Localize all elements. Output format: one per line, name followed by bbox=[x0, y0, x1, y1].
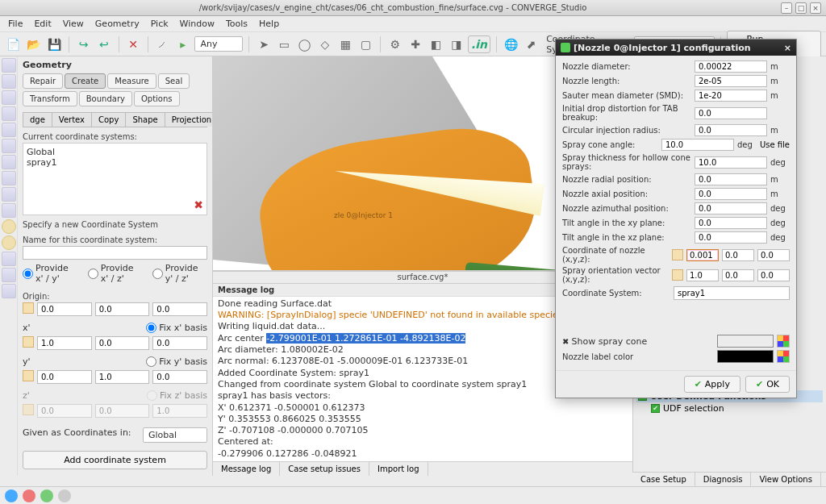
dialog-close-icon[interactable]: × bbox=[784, 43, 791, 53]
coord-name-input[interactable] bbox=[23, 246, 207, 260]
menu-help[interactable]: Help bbox=[254, 17, 284, 31]
rail-icon-1[interactable] bbox=[2, 58, 16, 73]
rail-icon-13[interactable] bbox=[2, 252, 16, 266]
dialog-row-input-0[interactable] bbox=[695, 60, 767, 73]
cone-color-swatch[interactable] bbox=[717, 335, 774, 348]
rail-icon-5[interactable] bbox=[2, 123, 16, 137]
save-icon[interactable]: 💾 bbox=[46, 35, 63, 53]
dialog-row-input-9[interactable] bbox=[695, 202, 767, 215]
export-icon[interactable]: ↩ bbox=[95, 35, 112, 53]
dialog-cs-select[interactable]: spray1 bbox=[674, 286, 790, 300]
menu-pick[interactable]: Pick bbox=[146, 17, 173, 31]
x-2[interactable] bbox=[152, 336, 207, 350]
taskbar-icon-2[interactable] bbox=[23, 489, 35, 502]
rail-icon-3[interactable] bbox=[2, 90, 16, 105]
rail-icon-4[interactable] bbox=[2, 106, 16, 121]
origin-y[interactable] bbox=[95, 302, 150, 316]
pick-nozzle-icon[interactable] bbox=[672, 249, 683, 260]
slice-icon[interactable]: ◨ bbox=[448, 35, 465, 53]
measure-icon[interactable]: ⟋ bbox=[154, 35, 171, 53]
given-coord-select[interactable]: Global bbox=[143, 427, 207, 443]
transform-button[interactable]: Transform bbox=[23, 91, 77, 106]
list-item[interactable]: Global bbox=[27, 147, 203, 157]
delete-coord-icon[interactable]: ✖ bbox=[194, 198, 203, 211]
rail-icon-15[interactable] bbox=[2, 284, 16, 298]
tab-vertex[interactable]: Vertex bbox=[52, 112, 92, 127]
radio-xy[interactable]: Provide x' / y' bbox=[23, 263, 78, 284]
nozzle-x-input[interactable] bbox=[686, 249, 719, 261]
maximize-button[interactable]: □ bbox=[795, 2, 807, 14]
dialog-row-input-2[interactable] bbox=[695, 90, 767, 102]
taskbar-icon-1[interactable] bbox=[5, 489, 18, 502]
rail-icon-6[interactable] bbox=[2, 139, 16, 153]
nozzle-y-input[interactable] bbox=[722, 249, 754, 261]
tree-udf-selection[interactable]: ✔UDF selection bbox=[636, 402, 823, 414]
dialog-row-input-10[interactable] bbox=[695, 217, 767, 229]
tab-import-log[interactable]: Import log bbox=[369, 462, 428, 476]
minimize-button[interactable]: – bbox=[781, 2, 792, 14]
rail-icon-8[interactable] bbox=[2, 171, 16, 185]
axis-icon[interactable]: ⬈ bbox=[523, 35, 540, 53]
in-button[interactable]: .in bbox=[468, 35, 490, 53]
options-button[interactable]: Options bbox=[134, 91, 180, 106]
tab-case-issues[interactable]: Case setup issues bbox=[280, 462, 369, 476]
cube-icon[interactable]: ◧ bbox=[428, 35, 444, 53]
radio-xz[interactable]: Provide x' / z' bbox=[88, 263, 143, 284]
add-coordinate-button[interactable]: Add coordinate system bbox=[23, 451, 207, 469]
rail-icon-14[interactable] bbox=[2, 268, 16, 282]
box-icon[interactable]: ▢ bbox=[357, 35, 374, 53]
dialog-row-input-6[interactable] bbox=[695, 156, 767, 169]
menu-window[interactable]: Window bbox=[175, 17, 219, 31]
nozzle-z-input[interactable] bbox=[757, 249, 790, 261]
rail-icon-11[interactable] bbox=[2, 219, 16, 234]
vec-z-input[interactable] bbox=[757, 269, 790, 281]
vec-y-input[interactable] bbox=[722, 269, 754, 281]
grid-icon[interactable]: ▦ bbox=[337, 35, 354, 53]
pick-y-icon[interactable] bbox=[23, 370, 34, 381]
taskbar-icon-4[interactable] bbox=[58, 489, 71, 502]
tab-diagnosis[interactable]: Diagnosis bbox=[695, 473, 752, 486]
color-picker-icon[interactable] bbox=[777, 335, 790, 348]
dialog-row-input-4[interactable] bbox=[695, 124, 767, 136]
list-item[interactable]: spray1 bbox=[27, 157, 203, 168]
tab-view-options[interactable]: View Options bbox=[751, 473, 821, 486]
tab-projection[interactable]: Projection bbox=[165, 112, 213, 127]
rail-icon-2[interactable] bbox=[2, 74, 16, 89]
dialog-row-input-1[interactable] bbox=[695, 75, 767, 87]
vec-x-input[interactable] bbox=[686, 269, 719, 281]
menu-view[interactable]: View bbox=[58, 17, 89, 31]
rail-icon-12[interactable] bbox=[2, 235, 16, 250]
globe-icon[interactable]: 🌐 bbox=[503, 35, 519, 53]
delete-icon[interactable]: ✕ bbox=[125, 35, 142, 53]
menu-geometry[interactable]: Geometry bbox=[90, 17, 144, 31]
puzzle-icon[interactable]: ✚ bbox=[407, 35, 424, 53]
rail-icon-9[interactable] bbox=[2, 187, 16, 202]
boundary-button[interactable]: Boundary bbox=[79, 91, 132, 106]
pointer-icon[interactable]: ➤ bbox=[255, 35, 272, 53]
menu-tools[interactable]: Tools bbox=[221, 17, 252, 31]
y-1[interactable] bbox=[95, 370, 150, 384]
fix-x-radio[interactable]: Fix x' basis bbox=[146, 323, 207, 333]
close-button[interactable]: × bbox=[810, 2, 821, 14]
origin-x[interactable] bbox=[37, 302, 92, 316]
dialog-row-input-7[interactable] bbox=[695, 173, 767, 185]
apply-button[interactable]: ✔Apply bbox=[684, 376, 740, 393]
gear-icon[interactable]: ⚙ bbox=[386, 35, 403, 53]
tab-shape[interactable]: Shape bbox=[125, 112, 165, 127]
origin-z[interactable] bbox=[152, 302, 207, 316]
color-picker-icon[interactable] bbox=[777, 350, 790, 363]
menu-file[interactable]: File bbox=[3, 17, 27, 31]
x-1[interactable] bbox=[95, 336, 150, 350]
new-icon[interactable]: 📄 bbox=[5, 35, 22, 53]
tab-copy[interactable]: Copy bbox=[91, 112, 126, 127]
create-button[interactable]: Create bbox=[65, 73, 106, 89]
dialog-titlebar[interactable]: [Nozzle 0@Injector 1] configuration × bbox=[556, 40, 796, 56]
y-2[interactable] bbox=[152, 370, 207, 384]
dialog-row-input-8[interactable] bbox=[695, 188, 767, 200]
any-select[interactable]: Any bbox=[194, 36, 243, 52]
circle-select-icon[interactable]: ◯ bbox=[296, 35, 313, 53]
rail-icon-7[interactable] bbox=[2, 155, 16, 169]
dialog-row-input-5[interactable] bbox=[661, 139, 734, 151]
taskbar-icon-3[interactable] bbox=[40, 489, 53, 502]
pick-origin-icon[interactable] bbox=[23, 302, 34, 314]
